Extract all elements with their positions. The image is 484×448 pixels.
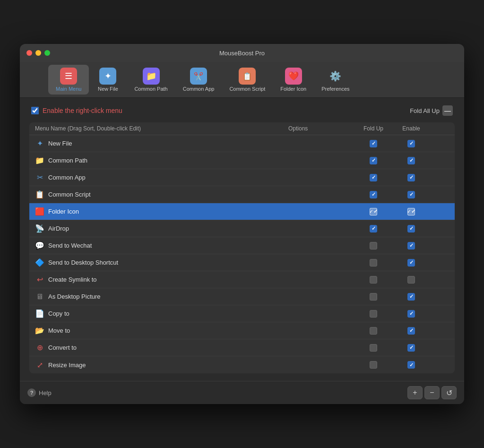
create-symlink-label: Create Symlink to: [48, 276, 97, 283]
help-area[interactable]: ? Help: [27, 388, 52, 397]
remove-item-button[interactable]: −: [424, 386, 440, 399]
toolbar-item-new-file[interactable]: ✦ New File: [89, 65, 127, 95]
enable-checkbox[interactable]: [31, 107, 39, 114]
table-row[interactable]: ✦ New File: [29, 135, 455, 152]
enable-checkbox-new-file[interactable]: [407, 140, 415, 147]
enable-cell-new-file[interactable]: [392, 140, 430, 147]
header-name: Menu Name (Drag Sort, Double-click Edit): [35, 125, 288, 132]
fold-up-cell-new-file[interactable]: [354, 140, 392, 147]
new-file-row-icon: ✦: [35, 139, 44, 148]
table-row[interactable]: 📋 Common Script: [29, 186, 455, 203]
toolbar-item-folder-icon[interactable]: ❤️ Folder Icon: [273, 65, 314, 95]
enable-checkbox-desktop-picture[interactable]: [407, 293, 415, 301]
enable-checkbox-common-app[interactable]: [407, 174, 415, 181]
table-row[interactable]: 🔷 Send to Desktop Shortcut: [29, 254, 455, 271]
fold-all-up-area: Fold All Up —: [410, 105, 453, 116]
toolbar: ☰ Main Menu ✦ New File 📁 Common Path ✂️ …: [20, 62, 464, 98]
enable-checkbox-resize-image[interactable]: [407, 361, 415, 369]
airdrop-row-icon: 📡: [35, 224, 44, 233]
toolbar-item-common-path[interactable]: 📁 Common Path: [127, 65, 175, 95]
fold-up-checkbox-common-script[interactable]: [370, 191, 377, 198]
common-path-row-icon: 📁: [35, 156, 44, 165]
help-icon: ?: [27, 388, 36, 397]
airdrop-label: AirDrop: [48, 225, 69, 232]
row-name-send-shortcut: 🔷 Send to Desktop Shortcut: [35, 258, 288, 267]
enable-left: Enable the right-click menu: [31, 107, 122, 114]
header-extra: [430, 125, 449, 132]
main-menu-icon: ☰: [60, 68, 77, 85]
common-app-row-icon: ✂: [35, 173, 44, 182]
fold-all-up-label: Fold All Up: [410, 107, 440, 114]
enable-checkbox-send-shortcut[interactable]: [407, 259, 415, 267]
table-row[interactable]: 📂 Move to: [29, 322, 455, 339]
row-name-new-file: ✦ New File: [35, 139, 288, 148]
table-row[interactable]: 💬 Send to Wechat: [29, 237, 455, 254]
row-name-airdrop: 📡 AirDrop: [35, 224, 288, 233]
close-button[interactable]: [26, 50, 32, 56]
table-row[interactable]: 📄 Copy to: [29, 305, 455, 322]
help-label: Help: [39, 389, 52, 396]
enable-checkbox-move-to[interactable]: [407, 327, 415, 335]
titlebar: MouseBoost Pro: [20, 44, 464, 62]
maximize-button[interactable]: [44, 50, 50, 56]
folder-icon-icon: ❤️: [285, 68, 302, 85]
enable-checkbox-folder-icon[interactable]: ✓: [407, 208, 415, 215]
fold-up-checkbox-folder-icon[interactable]: ✓: [370, 208, 377, 215]
row-name-move-to: 📂 Move to: [35, 326, 288, 336]
toolbar-item-common-script[interactable]: 📋 Common Script: [222, 65, 273, 95]
common-script-icon: 📋: [239, 68, 256, 85]
fold-up-checkbox-common-app[interactable]: [370, 174, 377, 181]
table-row[interactable]: ⊕ Convert to: [29, 339, 455, 356]
fold-up-checkbox-copy-to[interactable]: [370, 310, 377, 318]
row-name-desktop-picture: 🖥 As Desktop Picture: [35, 292, 288, 302]
common-path-label: Common Path: [48, 157, 87, 164]
table-header: Menu Name (Drag Sort, Double-click Edit)…: [29, 122, 455, 135]
header-fold-up: Fold Up: [354, 125, 392, 132]
fold-up-checkbox-convert-to[interactable]: [370, 344, 377, 352]
enable-checkbox-copy-to[interactable]: [407, 310, 415, 318]
fold-up-checkbox-desktop-picture[interactable]: [370, 293, 377, 301]
fold-up-checkbox-send-shortcut[interactable]: [370, 259, 377, 267]
fold-up-checkbox-send-wechat[interactable]: [370, 242, 377, 250]
fold-up-checkbox-create-symlink[interactable]: [370, 276, 377, 284]
table-row[interactable]: 🖥 As Desktop Picture: [29, 288, 455, 305]
table-row[interactable]: ↩ Create Symlink to: [29, 271, 455, 288]
toolbar-label-folder-icon: Folder Icon: [280, 86, 306, 92]
enable-checkbox-airdrop[interactable]: [407, 225, 415, 233]
enable-checkbox-send-wechat[interactable]: [407, 242, 415, 250]
toolbar-item-common-app[interactable]: ✂️ Common App: [175, 65, 222, 95]
refresh-button[interactable]: ↺: [441, 386, 457, 399]
common-path-icon: 📁: [143, 68, 160, 85]
toolbar-label-main-menu: Main Menu: [56, 86, 81, 92]
fold-up-checkbox-airdrop[interactable]: [370, 225, 377, 233]
fold-up-checkbox-resize-image[interactable]: [370, 361, 377, 369]
window-title: MouseBoost Pro: [219, 50, 265, 57]
send-shortcut-row-icon: 🔷: [35, 258, 44, 267]
table-row[interactable]: 📁 Common Path: [29, 152, 455, 169]
common-script-label: Common Script: [48, 191, 91, 198]
toolbar-item-main-menu[interactable]: ☰ Main Menu: [48, 65, 89, 95]
resize-image-row-icon: ⤢: [35, 360, 44, 370]
create-symlink-row-icon: ↩: [35, 275, 44, 284]
fold-all-up-button[interactable]: —: [442, 105, 453, 116]
enable-checkbox-create-symlink[interactable]: [407, 276, 415, 284]
minimize-button[interactable]: [35, 50, 41, 56]
table-row[interactable]: ✂ Common App: [29, 169, 455, 186]
enable-checkbox-common-path[interactable]: [407, 157, 415, 164]
send-wechat-label: Send to Wechat: [48, 242, 92, 249]
table-row[interactable]: 📡 AirDrop: [29, 220, 455, 237]
copy-to-label: Copy to: [48, 310, 69, 317]
desktop-picture-label: As Desktop Picture: [48, 293, 101, 300]
add-item-button[interactable]: +: [407, 386, 423, 399]
toolbar-item-preferences[interactable]: ⚙️ Preferences: [314, 65, 357, 95]
enable-checkbox-common-script[interactable]: [407, 191, 415, 198]
enable-checkbox-convert-to[interactable]: [407, 344, 415, 352]
fold-up-checkbox-common-path[interactable]: [370, 157, 377, 164]
enable-row: Enable the right-click menu Fold All Up …: [29, 105, 455, 116]
row-name-common-app: ✂ Common App: [35, 173, 288, 182]
copy-to-row-icon: 📄: [35, 309, 44, 319]
fold-up-checkbox-new-file[interactable]: [370, 140, 377, 147]
fold-up-checkbox-move-to[interactable]: [370, 327, 377, 335]
table-row-folder-icon[interactable]: 🟥 Folder Icon ✓ ✓: [29, 203, 455, 220]
table-row[interactable]: ⤢ Resize Image: [29, 356, 455, 373]
